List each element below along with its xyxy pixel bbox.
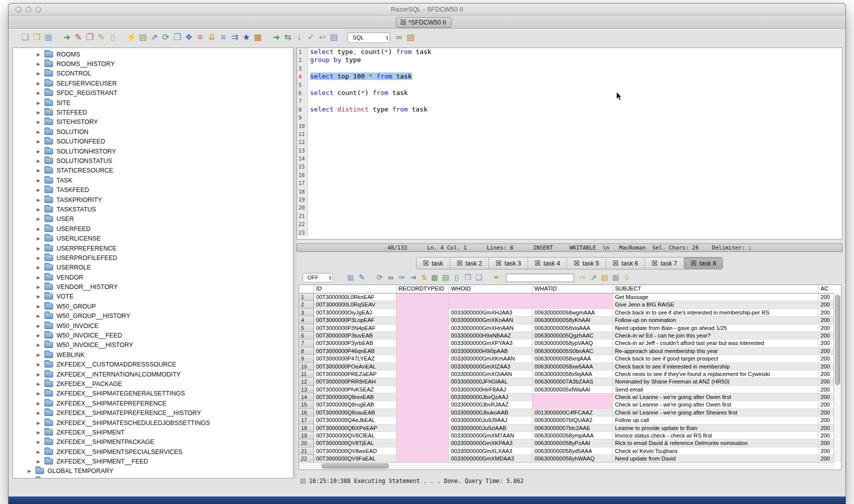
- table-tool-icon[interactable]: ▦: [252, 32, 264, 43]
- generate-sql-icon[interactable]: ❐: [172, 32, 183, 43]
- data-cell[interactable]: 0033000000GmXIZAA3: [449, 363, 532, 370]
- notes-icon[interactable]: ▤: [599, 272, 610, 283]
- tab-close-icon[interactable]: ☒: [423, 260, 429, 267]
- data-cell[interactable]: 0033000000GmXKmAAN: [449, 355, 532, 362]
- tree-item-table[interactable]: ▶USERPREFERENCE: [13, 244, 293, 253]
- disclosure-triangle-icon[interactable]: ▶: [36, 178, 41, 183]
- sql-editor[interactable]: 1select type, count(*) from task2group b…: [296, 48, 842, 240]
- tree-item-table[interactable]: ▶ZKFEDEX__SHIPMATEGENERALSETTINGS: [13, 389, 293, 398]
- data-cell[interactable]: [396, 378, 449, 386]
- tree-item-table[interactable]: ▶ZKFEDEX__SHIPMENT: [13, 428, 293, 437]
- disclosure-triangle-icon[interactable]: ▶: [36, 120, 41, 124]
- disclosure-triangle-icon[interactable]: ▶: [36, 188, 41, 192]
- sort-lines-icon[interactable]: ≡: [218, 32, 229, 43]
- disclosure-triangle-icon[interactable]: ▶: [36, 90, 41, 96]
- data-cell[interactable]: 00630000005S0bnAAC: [532, 348, 613, 355]
- data-cell[interactable]: 0033000000GmXHnAAN: [449, 324, 532, 332]
- save-results-icon[interactable]: ▦: [345, 272, 356, 283]
- data-cell[interactable]: 006300000058xrqAAA: [532, 355, 613, 362]
- statement-type-select[interactable]: SQL ▲▼: [348, 32, 390, 43]
- data-cell[interactable]: Check w/ Leanne - we're going after Shea…: [613, 409, 818, 416]
- tab-close-icon[interactable]: ☒: [534, 260, 540, 267]
- data-cell[interactable]: 00T3000000PREZaEAP: [314, 370, 396, 378]
- edit-small-icon[interactable]: ✎: [96, 32, 107, 43]
- data-cell[interactable]: Check back to see if good target prospec…: [613, 355, 818, 362]
- disclosure-triangle-icon[interactable]: ▶: [36, 430, 41, 435]
- data-cell[interactable]: [396, 294, 449, 301]
- disclosure-triangle-icon[interactable]: ▶: [36, 216, 41, 222]
- data-cell[interactable]: 006300000058xlaAAA: [532, 324, 613, 332]
- data-cell[interactable]: 00T3000000Q8rexEAB: [314, 394, 396, 401]
- data-cell[interactable]: Check back in to see if she's interested…: [613, 309, 818, 316]
- row-number-cell[interactable]: 12: [299, 378, 314, 386]
- data-cell[interactable]: Leanne to provide update to Bain: [613, 424, 818, 432]
- tree-item-table[interactable]: ▶VENDOR: [13, 272, 293, 282]
- data-cell[interactable]: 0033000000JbvRJAAZ: [449, 401, 532, 408]
- favorites-star-icon[interactable]: ★: [240, 32, 252, 43]
- data-cell[interactable]: 006300000058x9qAAA: [532, 370, 613, 378]
- disclosure-triangle-icon[interactable]: ▶: [27, 468, 32, 474]
- disclosure-triangle-icon[interactable]: ▶: [36, 52, 41, 57]
- execute-lightning-icon[interactable]: ⚡: [126, 32, 137, 43]
- data-cell[interactable]: 00T3000000P46qnEAB: [314, 348, 396, 355]
- result-tab-task-8[interactable]: ☒task 8: [684, 258, 722, 269]
- data-cell[interactable]: Rick to email David & reference Delmonte…: [613, 440, 818, 447]
- tree-item-table[interactable]: ▶W50_GROUP: [13, 302, 293, 311]
- form-view-icon[interactable]: ▤: [440, 272, 451, 283]
- row-number-cell[interactable]: 11: [299, 370, 314, 378]
- row-number-cell[interactable]: 7: [299, 340, 314, 347]
- disclosure-triangle-icon[interactable]: ▶: [36, 236, 41, 241]
- tree-item-table[interactable]: ▶W50_GROUP__HISTORY: [13, 312, 293, 321]
- copy-table-icon[interactable]: ❐: [84, 32, 96, 43]
- data-cell[interactable]: 00T3000000P3tuvEAB: [314, 332, 396, 340]
- copy-rows-icon[interactable]: ❏: [473, 272, 484, 283]
- data-cell[interactable]: 0033000000H9aNBAAZ: [449, 332, 532, 340]
- fetch-down-icon[interactable]: ↓: [294, 32, 305, 43]
- data-cell[interactable]: 00T3000000L0RknEAF: [314, 294, 396, 301]
- disclosure-triangle-icon[interactable]: ▶: [36, 168, 41, 173]
- tree-item-table[interactable]: ▶W50_INVOICE__FEED: [13, 330, 293, 340]
- tree-item-table[interactable]: ▶USERROLE: [13, 263, 293, 272]
- tree-item-table[interactable]: ▶SOLUTIONFEED: [13, 137, 293, 146]
- data-cell[interactable]: 00T3000000P3N4pEAF: [314, 324, 396, 332]
- data-cell[interactable]: 00T3000000POeAnEAL: [314, 363, 396, 370]
- data-cell[interactable]: Follow up call: [613, 416, 818, 424]
- data-cell[interactable]: Check w/ Leanne - we're going after Owen…: [613, 394, 818, 401]
- download-icon[interactable]: ⇩: [621, 272, 632, 283]
- tree-item-table[interactable]: ▶STATICRESOURCE: [13, 166, 293, 176]
- tree-item-table[interactable]: ▶USER: [13, 214, 293, 224]
- data-cell[interactable]: 0033000000Ju9J9AAJ: [449, 416, 532, 424]
- tree-item-table[interactable]: ▶ZKFEDEX__SHIPMATEPREFERENCE: [13, 398, 293, 408]
- data-cell[interactable]: 00630000005xfWaAAI: [532, 386, 613, 394]
- tree-item-table[interactable]: ▶SFDC_REGISTRANT: [13, 88, 293, 98]
- save-grid-icon[interactable]: ▦: [610, 272, 621, 283]
- row-number-cell[interactable]: 22: [299, 455, 314, 462]
- tree-item-table[interactable]: ▶ZKFEDEX__SHIPMATESCHEDULEDJOBSSETTINGS: [13, 418, 293, 428]
- tree-item-table[interactable]: ▶SITE: [13, 98, 293, 108]
- data-cell[interactable]: 0033000000JFhGlAAL: [449, 378, 532, 386]
- data-cell[interactable]: [396, 301, 449, 308]
- data-cell[interactable]: 0033000000GmXHJAA3: [449, 309, 532, 316]
- data-cell[interactable]: 200: [818, 440, 834, 447]
- row-number-cell[interactable]: 19: [299, 432, 314, 440]
- result-tab-task-5[interactable]: ☒task 5: [566, 258, 606, 269]
- row-number-cell[interactable]: 15: [299, 401, 314, 408]
- data-cell[interactable]: Check-in w/ Jeff - couldn't afford last …: [613, 340, 818, 347]
- header-cell-subject[interactable]: SUBJECT: [613, 285, 818, 293]
- header-cell-ac[interactable]: AC: [818, 285, 834, 293]
- data-cell[interactable]: Follow-up on nomination: [613, 316, 818, 324]
- result-tab-task[interactable]: ☒task: [416, 258, 450, 269]
- data-cell[interactable]: 00T3000000PRR8rEAH: [314, 378, 396, 386]
- data-cell[interactable]: [396, 409, 449, 416]
- data-cell[interactable]: 0033000000GmXPYAA3: [449, 340, 532, 347]
- row-number-cell[interactable]: 21: [299, 448, 314, 455]
- refresh-icon[interactable]: ⟳: [160, 32, 172, 43]
- data-cell[interactable]: Need update from David: [613, 455, 818, 462]
- disclosure-triangle-icon[interactable]: ▶: [36, 391, 41, 396]
- help-book-icon[interactable]: ❖: [183, 32, 194, 43]
- data-cell[interactable]: [449, 294, 532, 301]
- disclosure-triangle-icon[interactable]: ▶: [36, 110, 41, 115]
- describe-table-icon[interactable]: ▤: [137, 32, 148, 43]
- new-file-icon[interactable]: ❑: [20, 32, 31, 43]
- data-cell[interactable]: Send email: [613, 386, 818, 394]
